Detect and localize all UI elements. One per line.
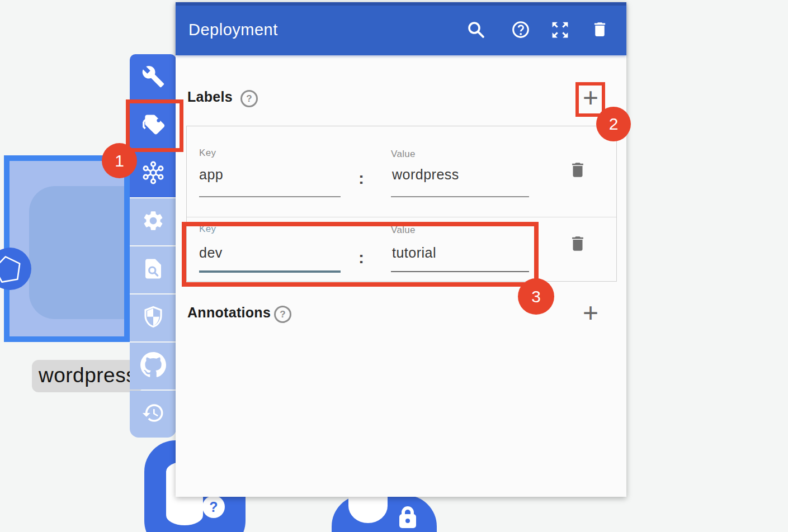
key-field-label: Key (199, 148, 216, 159)
labels-help-icon[interactable]: ? (240, 90, 258, 107)
pod-pentagon-icon (0, 282, 31, 292)
pod-badge[interactable] (0, 248, 31, 290)
value-input-underline (391, 196, 529, 197)
label-row-app: Key app : Value wordpress (187, 126, 616, 217)
delete-row-button[interactable] (568, 234, 587, 255)
toolbar-button-settings[interactable] (130, 198, 176, 245)
deployment-node-body (29, 186, 130, 319)
step1-highlight-box (126, 99, 183, 152)
toolbar-button-history[interactable] (130, 391, 176, 438)
toolbar-button-security[interactable] (130, 294, 176, 341)
wrench-icon (141, 65, 165, 91)
toolbar-button-build[interactable] (130, 54, 176, 101)
key-input[interactable]: app (199, 167, 223, 183)
step2-badge: 2 (596, 107, 631, 141)
help-icon[interactable] (511, 20, 530, 41)
secret-node[interactable] (332, 495, 437, 532)
lock-icon (394, 503, 421, 530)
delete-row-button[interactable] (568, 160, 587, 181)
shield-icon (141, 305, 165, 331)
labels-section-title: Labels (187, 89, 233, 105)
panel-title: Deployment (188, 21, 278, 39)
step1-badge: 1 (102, 143, 137, 178)
trash-icon[interactable] (591, 20, 609, 41)
colon-separator: : (358, 169, 364, 188)
github-icon (140, 352, 166, 380)
gear-icon (141, 209, 165, 235)
history-icon (141, 401, 165, 427)
step3-badge: 3 (518, 278, 554, 315)
step3-highlight-box (182, 222, 539, 287)
annotations-section-title: Annotations (187, 305, 271, 321)
value-field-label: Value (391, 149, 416, 160)
node-label: wordpress (32, 360, 143, 392)
question-badge-icon: ? (202, 496, 225, 518)
value-input[interactable]: wordpress (392, 167, 459, 183)
fullscreen-icon[interactable] (550, 20, 570, 42)
panel-header: Deployment (176, 2, 626, 55)
add-annotation-button[interactable]: + (579, 300, 602, 329)
annotations-help-icon[interactable]: ? (274, 306, 291, 323)
key-input-underline (199, 196, 341, 197)
toolbar-button-inspect[interactable] (130, 246, 176, 293)
toolbar-button-github[interactable] (130, 343, 176, 390)
hub-icon (140, 160, 166, 188)
doc-search-icon (141, 257, 165, 283)
search-icon[interactable] (466, 20, 486, 42)
